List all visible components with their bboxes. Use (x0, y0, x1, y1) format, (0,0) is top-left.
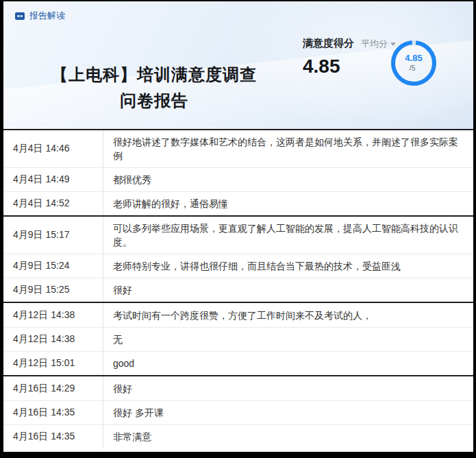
row-comment: 很好 (103, 278, 473, 302)
row-time: 4月4日 14:49 (3, 168, 103, 191)
row-comment: 都很优秀 (103, 168, 473, 191)
table-row: 4月4日 14:49 都很优秀 (3, 167, 473, 191)
row-time: 4月16日 14:35 (3, 401, 103, 424)
row-time: 4月16日 14:29 (3, 376, 103, 400)
row-time: 4月12日 14:38 (3, 328, 103, 351)
table-row: 4月12日 14:38 考试时间有一个跨度很赞，方便了工作时间来不及考试的人， (3, 303, 473, 327)
gauge-center-max: /5 (409, 64, 415, 72)
report-icon (14, 11, 25, 21)
comment-group: 4月4日 14:46 很好地讲述了数字媒体和艺术的结合，这两者是如何地关系，并阐… (3, 129, 473, 215)
table-row: 4月12日 14:38 无 (3, 327, 473, 351)
row-comment: 无 (103, 328, 473, 351)
row-time: 4月12日 15:01 (3, 352, 103, 375)
comment-group: 4月16日 14:29 很好 4月16日 14:35 很好 多开课 4月16日 … (3, 375, 473, 448)
row-comment: good (103, 352, 473, 375)
row-comment: 老师特别专业，讲得也很仔细，而且结合当下最热的技术，受益匪浅 (103, 254, 473, 278)
row-time: 4月9日 15:24 (3, 254, 103, 278)
row-time: 4月4日 14:52 (3, 192, 103, 215)
satisfaction-gauge: 4.85 /5 (389, 38, 438, 88)
satisfaction-score-value: 4.85 (303, 56, 396, 77)
row-comment: 很好 (103, 376, 473, 400)
row-comment: 老师讲解的很好，通俗易懂 (103, 192, 473, 215)
table-row: 4月16日 14:35 很好 多开课 (3, 400, 473, 424)
row-comment: 很好 多开课 (103, 401, 473, 424)
comment-group: 4月12日 14:38 考试时间有一个跨度很赞，方便了工作时间来不及考试的人， … (3, 302, 473, 375)
comments-table: 4月4日 14:46 很好地讲述了数字媒体和艺术的结合，这两者是如何地关系，并阐… (3, 129, 473, 448)
row-comment: 很好地讲述了数字媒体和艺术的结合，这两者是如何地关系，并阐述了很多实际案例 (103, 130, 473, 167)
satisfaction-donut-arc (391, 40, 436, 86)
report-window: 报告解读 【上电科】培训满意度调查 问卷报告 满意度得分 平均分 4.85 4.… (0, 0, 476, 458)
comment-group: 4月9日 15:17 可以多列举些应用场景，更直观了解人工智能的发展，提高人工智… (3, 215, 473, 302)
page-title: 【上电科】培训满意度调查 问卷报告 (16, 62, 292, 114)
table-row: 4月4日 14:52 老师讲解的很好，通俗易懂 (3, 191, 473, 215)
report-nav-link[interactable]: 报告解读 (14, 10, 65, 22)
table-row: 4月12日 15:01 good (3, 351, 473, 375)
row-time: 4月16日 14:35 (3, 425, 103, 448)
table-row: 4月4日 14:46 很好地讲述了数字媒体和艺术的结合，这两者是如何地关系，并阐… (3, 130, 473, 167)
row-time: 4月12日 14:38 (3, 303, 103, 327)
satisfaction-score-block: 满意度得分 平均分 4.85 (303, 37, 396, 77)
table-row: 4月16日 14:29 很好 (3, 376, 473, 400)
table-row: 4月9日 15:24 老师特别专业，讲得也很仔细，而且结合当下最热的技术，受益匪… (3, 254, 473, 278)
row-comment: 非常满意 (103, 425, 473, 448)
row-comment: 考试时间有一个跨度很赞，方便了工作时间来不及考试的人， (103, 303, 473, 327)
row-time: 4月4日 14:46 (3, 130, 103, 167)
score-mode-label[interactable]: 平均分 (361, 38, 388, 50)
row-comment: 可以多列举些应用场景，更直观了解人工智能的发展，提高人工智能高科技的认识度。 (103, 217, 473, 254)
gauge-center-value: 4.85 (405, 53, 422, 63)
report-nav-label[interactable]: 报告解读 (29, 10, 65, 22)
page-title-line1: 【上电科】培训满意度调查 (16, 62, 292, 88)
satisfaction-score-label: 满意度得分 (303, 37, 354, 50)
row-time: 4月9日 15:25 (3, 278, 103, 302)
table-row: 4月9日 15:17 可以多列举些应用场景，更直观了解人工智能的发展，提高人工智… (3, 217, 473, 254)
table-row: 4月9日 15:25 很好 (3, 278, 473, 302)
report-header: 报告解读 【上电科】培训满意度调查 问卷报告 满意度得分 平均分 4.85 4.… (3, 1, 473, 129)
page-title-line2: 问卷报告 (16, 88, 292, 114)
table-row: 4月16日 14:35 非常满意 (3, 424, 473, 448)
row-time: 4月9日 15:17 (3, 217, 103, 254)
